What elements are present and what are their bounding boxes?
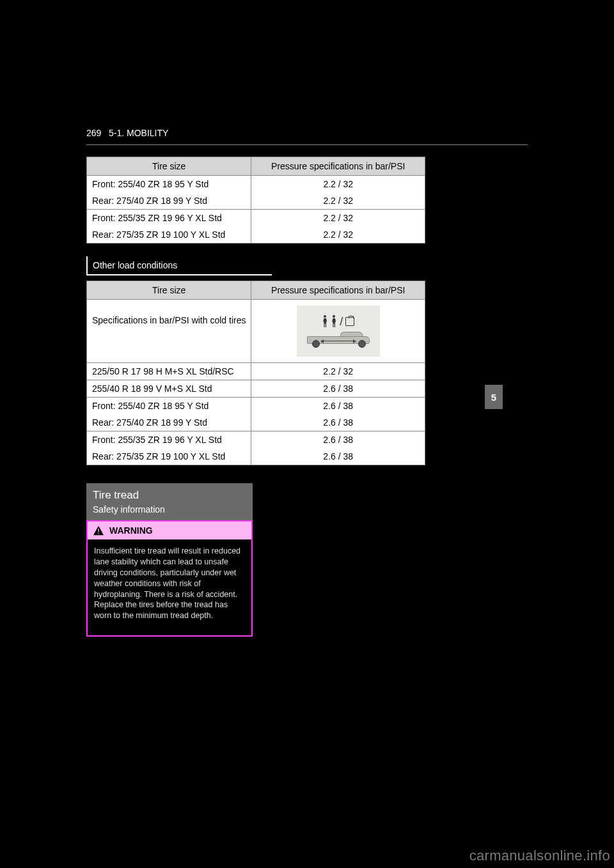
car-icon [303,332,374,348]
warning-header: WARNING [88,522,251,539]
tire-size-cell: Front: 255/35 ZR 19 96 Y XL Std [87,431,251,449]
svg-rect-1 [98,529,98,532]
table-row: Rear: 275/35 ZR 19 100 Y XL Std 2.2 / 32 [87,226,425,244]
warning-box: WARNING Insufficient tire tread will res… [86,520,253,637]
psi-cell: 2.6 / 38 [251,448,425,465]
tire-size-cell: Rear: 275/35 ZR 19 100 Y XL Std [87,448,251,465]
psi-cell: 2.2 / 32 [251,192,425,210]
section-label: 5-1. MOBILITY [109,128,168,138]
safety-info-subtitle: Safety information [93,504,165,515]
tire-tread-title: Tire tread Safety information [86,483,253,520]
table-row: 255/40 R 18 99 V M+S XL Std 2.6 / 38 [87,380,425,398]
tire-pressure-table-2: Tire size Pressure specifications in bar… [86,281,425,465]
tire-tread-heading: Tire tread [93,489,165,502]
table-row: Front: 255/35 ZR 19 96 Y XL Std 2.2 / 32 [87,210,425,227]
warning-icon [93,525,104,536]
person-icon [331,315,337,328]
header-rule [86,144,528,145]
table-row: Front: 255/35 ZR 19 96 Y XL Std 2.6 / 38 [87,431,425,449]
psi-cell: 2.6 / 38 [251,431,425,449]
tire-tread-section: Tire tread Safety information WARNING In… [86,483,253,637]
other-load-heading: Other load conditions [86,256,272,275]
table-row: Front: 255/40 ZR 18 95 Y Std 2.6 / 38 [87,398,425,415]
tire-size-cell: Rear: 275/40 ZR 18 99 Y Std [87,192,251,210]
tire-size-cell: 255/40 R 18 99 V M+S XL Std [87,380,251,398]
psi-cell: 2.2 / 32 [251,176,425,193]
warning-label: WARNING [109,525,153,536]
page-header: 269 5-1. MOBILITY [86,128,528,139]
warning-body: Insufficient tire tread will result in r… [88,539,251,635]
load-condition-icon: / [297,306,380,357]
chapter-tab: 5 [485,385,503,409]
svg-rect-2 [98,533,98,534]
psi-cell: 2.2 / 32 [251,363,425,380]
spec-label-cell: Specifications in bar/PSI with cold tire… [87,300,251,363]
watermark: carmanualsonline.info [469,848,610,864]
psi-cell: 2.2 / 32 [251,210,425,227]
table2-header-psi: Pressure specifications in bar/PSI [251,281,425,300]
tire-size-cell: Front: 255/35 ZR 19 96 Y XL Std [87,210,251,227]
table2-header-size: Tire size [87,281,251,300]
table1-header-psi: Pressure specifications in bar/PSI [251,157,425,176]
manual-page: 269 5-1. MOBILITY Tire size Pressure spe… [86,128,528,637]
table1-header-size: Tire size [87,157,251,176]
page-number: 269 [86,128,101,138]
luggage-icon [345,317,354,326]
table-row: Specifications in bar/PSI with cold tire… [87,300,425,363]
psi-cell: 2.6 / 38 [251,380,425,398]
psi-cell: 2.6 / 38 [251,414,425,431]
person-icon [322,315,328,328]
tire-pressure-table-1: Tire size Pressure specifications in bar… [86,157,425,244]
table-row: Front: 255/40 ZR 18 95 Y Std 2.2 / 32 [87,176,425,193]
table-row: Rear: 275/40 ZR 18 99 Y Std 2.2 / 32 [87,192,425,210]
load-condition-cell: / [251,300,425,363]
table-row: Rear: 275/40 ZR 18 99 Y Std 2.6 / 38 [87,414,425,431]
tire-size-cell: 225/50 R 17 98 H M+S XL Std/RSC [87,363,251,380]
tire-size-cell: Front: 255/40 ZR 18 95 Y Std [87,176,251,193]
slash-icon: / [340,315,343,329]
tire-size-cell: Rear: 275/35 ZR 19 100 Y XL Std [87,226,251,244]
table-row: Rear: 275/35 ZR 19 100 Y XL Std 2.6 / 38 [87,448,425,465]
table-row: 225/50 R 17 98 H M+S XL Std/RSC 2.2 / 32 [87,363,425,380]
psi-cell: 2.6 / 38 [251,398,425,415]
psi-cell: 2.2 / 32 [251,226,425,244]
tire-size-cell: Front: 255/40 ZR 18 95 Y Std [87,398,251,415]
tire-size-cell: Rear: 275/40 ZR 18 99 Y Std [87,414,251,431]
